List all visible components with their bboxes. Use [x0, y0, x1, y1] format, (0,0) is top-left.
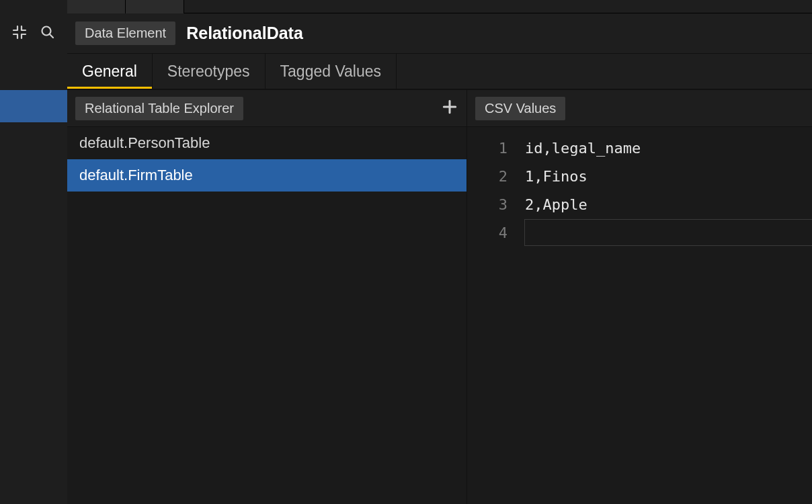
- code-text: [525, 220, 812, 245]
- collapse-icon[interactable]: [11, 24, 28, 43]
- tab-tagged-values[interactable]: Tagged Values: [266, 54, 397, 89]
- top-tab[interactable]: [126, 0, 184, 13]
- tab-stereotypes[interactable]: Stereotypes: [153, 54, 266, 89]
- table-item[interactable]: default.PersonTable: [67, 127, 466, 159]
- explorer-title-chip: Relational Table Explorer: [75, 97, 243, 120]
- search-icon[interactable]: [40, 24, 56, 43]
- table-item[interactable]: default.FirmTable: [67, 159, 466, 192]
- line-number: 3: [467, 196, 525, 213]
- top-tab[interactable]: [67, 0, 126, 13]
- element-title: RelationalData: [186, 24, 303, 43]
- explorer-list: default.PersonTabledefault.FirmTable: [67, 126, 466, 504]
- relational-table-explorer: Relational Table Explorer default.Person…: [67, 90, 467, 504]
- code-text: 1,Finos: [525, 168, 812, 185]
- code-text: 2,Apple: [525, 196, 812, 213]
- left-rail: [0, 13, 67, 504]
- section-tabs: General Stereotypes Tagged Values: [67, 54, 812, 90]
- tab-general[interactable]: General: [67, 54, 153, 89]
- csv-title-chip: CSV Values: [475, 97, 565, 120]
- top-tab-strip: [67, 0, 812, 13]
- element-header: Data Element RelationalData: [67, 13, 812, 54]
- add-table-button[interactable]: [441, 98, 458, 118]
- element-type-chip: Data Element: [75, 22, 175, 45]
- code-line[interactable]: 32,Apple: [467, 190, 812, 218]
- code-line[interactable]: 1id,legal_name: [467, 134, 812, 162]
- csv-panel: CSV Values 1id,legal_name21,Finos32,Appl…: [467, 90, 812, 504]
- code-line[interactable]: 21,Finos: [467, 162, 812, 190]
- line-number: 4: [467, 224, 525, 241]
- csv-editor[interactable]: 1id,legal_name21,Finos32,Apple4: [467, 126, 812, 504]
- code-text: id,legal_name: [525, 140, 812, 157]
- line-number: 2: [467, 168, 525, 185]
- line-number: 1: [467, 140, 525, 157]
- sidebar-selected-item[interactable]: [0, 90, 67, 122]
- code-line[interactable]: 4: [467, 218, 812, 247]
